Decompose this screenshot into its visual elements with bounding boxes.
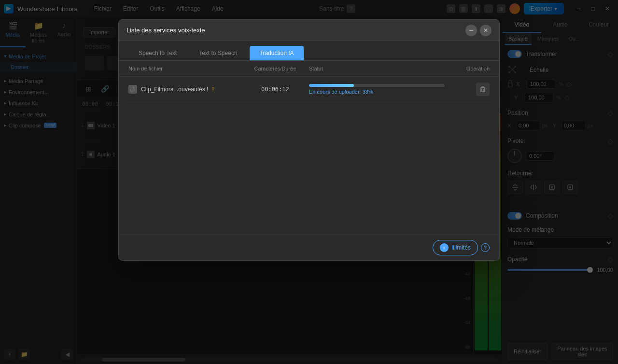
modal-footer: + Illimités ? [119,235,499,260]
progress-bar [309,84,445,87]
modal-close-button[interactable]: ✕ [480,25,492,36]
modal-tab-text-to-speech[interactable]: Text to Speech [189,46,247,60]
col-header-filename: Nom de fichier [128,66,241,71]
table-row: Clip_Filmora...ouveautés ! ! 00:06:12 En… [128,77,490,102]
modal-table-body: Clip_Filmora...ouveautés ! ! 00:06:12 En… [119,77,499,235]
modal-header-controls: ─ ✕ [465,25,492,36]
modal-tabs: Speech to Text Text to Speech Traduction… [119,41,499,61]
modal-table-header: Nom de fichier Caractères/Durée Statut O… [119,61,499,77]
help-icon[interactable]: ? [481,243,490,252]
modal-minimize-button[interactable]: ─ [465,25,477,36]
file-icon [128,85,137,94]
cell-duration: 00:06:12 [241,86,309,93]
footer-buttons: + Illimités ? [433,240,490,255]
modal-dialog: Liste des services voix-texte ─ ✕ Speech… [118,19,500,261]
unlimited-button[interactable]: + Illimités [433,240,478,255]
progress-fill [309,84,354,87]
modal-tab-traduction-ia[interactable]: Traduction IA [250,46,304,60]
col-header-status: Statut [309,66,445,71]
col-header-operation: Opération [445,66,490,71]
modal-header: Liste des services voix-texte ─ ✕ [119,20,499,41]
cell-operation [445,83,490,96]
unlimited-icon: + [440,243,449,252]
status-text: En cours de uploader: 33% [309,89,445,95]
modal-overlay[interactable]: Liste des services voix-texte ─ ✕ Speech… [0,0,618,364]
delete-row-button[interactable] [476,83,490,96]
col-header-chars: Caractères/Durée [241,66,309,71]
modal-title: Liste des services voix-texte [126,27,205,34]
modal-content: Nom de fichier Caractères/Durée Statut O… [119,61,499,260]
cell-filename: Clip_Filmora...ouveautés ! ! [128,85,241,94]
cell-status: En cours de uploader: 33% [309,84,445,95]
modal-tab-speech-to-text[interactable]: Speech to Text [128,46,187,60]
file-warning-icon: ! [212,86,213,93]
